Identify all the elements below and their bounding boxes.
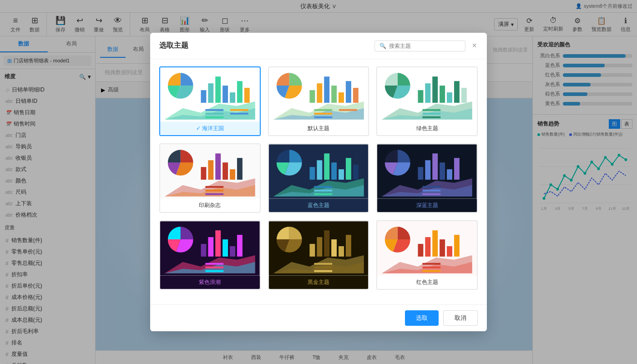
svg-rect-56: [324, 76, 329, 103]
modal-overlay[interactable]: 选取主题 🔍 ×: [0, 0, 637, 364]
svg-rect-54: [309, 90, 315, 103]
svg-rect-129: [346, 235, 351, 257]
svg-rect-138: [440, 239, 445, 257]
svg-rect-136: [425, 237, 431, 257]
svg-rect-104: [433, 153, 438, 180]
svg-rect-73: [461, 88, 467, 103]
svg-rect-105: [440, 162, 445, 180]
svg-rect-131: [314, 267, 332, 268]
svg-rect-98: [314, 190, 332, 192]
svg-rect-125: [317, 237, 322, 257]
modal-body: ✓ 海洋王国: [150, 59, 487, 304]
svg-rect-143: [423, 270, 441, 272]
modal-close-button[interactable]: ×: [471, 40, 478, 51]
theme-preview-blue: [269, 144, 369, 199]
theme-label-blue: 蓝色主题: [269, 199, 369, 212]
svg-rect-114: [208, 237, 213, 257]
theme-grid: ✓ 海洋王国: [159, 66, 478, 290]
modal-header: 选取主题 🔍 ×: [150, 33, 487, 59]
svg-rect-130: [314, 263, 332, 265]
svg-rect-139: [447, 246, 452, 257]
confirm-button[interactable]: 选取: [405, 310, 439, 326]
svg-rect-51: [230, 113, 248, 115]
svg-rect-61: [314, 109, 332, 111]
svg-rect-63: [314, 116, 332, 118]
theme-preview-ocean: [160, 67, 260, 122]
svg-rect-115: [215, 230, 221, 257]
svg-rect-137: [433, 230, 438, 257]
theme-label-default: 默认主题: [269, 122, 369, 135]
svg-rect-71: [447, 92, 452, 103]
modal-title: 选取主题: [159, 41, 188, 51]
theme-preview-green: [377, 67, 477, 122]
svg-rect-96: [353, 165, 359, 180]
svg-rect-43: [222, 86, 228, 103]
modal-search[interactable]: 🔍: [374, 40, 465, 51]
theme-card-red[interactable]: 红色主题: [376, 220, 478, 290]
svg-rect-72: [454, 81, 460, 103]
svg-rect-116: [222, 239, 228, 257]
theme-card-darkblue[interactable]: 深蓝主题: [376, 143, 478, 213]
svg-rect-58: [339, 92, 344, 103]
svg-rect-121: [205, 270, 223, 272]
svg-rect-41: [208, 83, 213, 103]
svg-rect-86: [205, 190, 223, 192]
svg-rect-68: [425, 83, 431, 103]
modal-search-icon: 🔍: [379, 43, 386, 49]
svg-rect-69: [433, 76, 438, 103]
svg-rect-60: [353, 88, 359, 103]
cancel-button[interactable]: 取消: [443, 310, 478, 326]
theme-card-purple[interactable]: 紫色浪潮: [159, 220, 261, 290]
svg-rect-127: [331, 239, 337, 257]
theme-label-purple: 紫色浪潮: [160, 276, 260, 289]
svg-rect-45: [237, 81, 243, 103]
theme-card-green[interactable]: 绿色主题: [376, 66, 478, 136]
svg-rect-40: [201, 90, 206, 103]
svg-rect-142: [423, 267, 441, 268]
theme-label-red: 红色主题: [377, 276, 477, 289]
theme-card-ocean[interactable]: ✓ 海洋王国: [159, 66, 261, 136]
svg-rect-99: [314, 193, 332, 195]
svg-rect-44: [230, 92, 235, 103]
svg-rect-46: [244, 88, 250, 103]
svg-rect-47: [205, 109, 223, 111]
svg-rect-94: [339, 169, 344, 180]
svg-rect-95: [346, 158, 351, 180]
theme-card-default[interactable]: 默认主题: [268, 66, 369, 136]
svg-rect-82: [222, 162, 228, 180]
svg-rect-83: [230, 169, 235, 180]
modal-search-input[interactable]: [389, 43, 457, 49]
theme-modal: 选取主题 🔍 ×: [150, 33, 487, 331]
svg-rect-109: [423, 190, 441, 192]
svg-rect-48: [205, 113, 223, 115]
svg-rect-107: [454, 158, 460, 180]
theme-preview-red: [377, 221, 477, 276]
modal-footer: 选取 取消: [150, 304, 487, 331]
theme-preview-default: [269, 67, 369, 122]
svg-rect-42: [215, 76, 221, 103]
svg-rect-80: [208, 160, 213, 180]
svg-rect-85: [205, 186, 223, 188]
svg-rect-110: [423, 193, 441, 195]
svg-rect-49: [205, 116, 223, 118]
svg-rect-141: [423, 263, 441, 265]
svg-rect-90: [309, 167, 315, 180]
svg-rect-81: [215, 153, 221, 180]
theme-card-blue[interactable]: 蓝色主题: [268, 143, 369, 213]
svg-rect-79: [201, 167, 206, 180]
svg-rect-119: [205, 263, 223, 265]
theme-card-magazine[interactable]: 印刷杂志: [159, 143, 261, 213]
theme-card-blackgold[interactable]: 黑金主题: [268, 220, 369, 290]
svg-rect-64: [339, 109, 357, 111]
svg-rect-93: [331, 162, 337, 180]
theme-preview-blackgold: [269, 221, 369, 276]
theme-preview-darkblue: [377, 144, 477, 199]
svg-rect-55: [317, 83, 322, 103]
svg-rect-76: [423, 116, 441, 118]
svg-rect-103: [425, 160, 431, 180]
svg-rect-113: [201, 244, 206, 257]
svg-rect-120: [205, 267, 223, 268]
theme-label-darkblue: 深蓝主题: [377, 199, 477, 212]
svg-rect-75: [423, 113, 441, 115]
svg-rect-91: [317, 160, 322, 180]
